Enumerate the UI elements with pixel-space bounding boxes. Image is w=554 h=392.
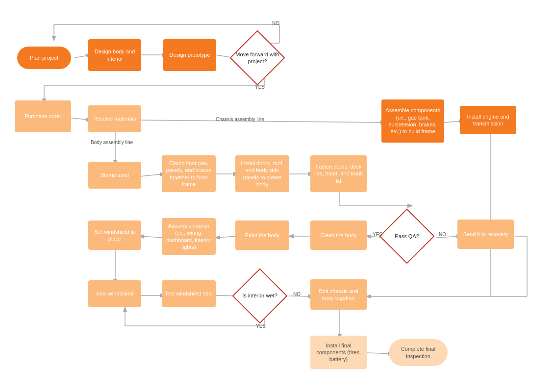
- pass-qa-diamond: Pass QA?: [383, 220, 431, 252]
- complete-inspection-label: Complete final inspection: [392, 345, 445, 360]
- svg-line-14: [140, 174, 164, 176]
- interior-wet-label: Is interior wet?: [242, 292, 277, 299]
- chassis-line-label: Chassis assembly line: [216, 117, 264, 122]
- design-prototype-node: Design prototype: [163, 39, 216, 71]
- design-body-label: Design body and interior: [91, 48, 138, 62]
- install-doors-label: Install doors, roof, and body side panel…: [238, 160, 286, 188]
- fasten-doors-node: Fasten doors, deck lids, hood, and trunk…: [310, 155, 367, 192]
- paint-body-node: Paint the body: [235, 220, 289, 250]
- install-engine-label: Install engine and transmission: [463, 113, 513, 127]
- plan-project-node: Plan project: [17, 47, 71, 69]
- install-final-node: Install final components (tires, battery…: [310, 336, 367, 369]
- design-body-node: Design body and interior: [88, 39, 141, 71]
- yes-qa-label: YES: [373, 232, 382, 237]
- paint-body-label: Paint the body: [245, 232, 279, 239]
- bolt-chassis-label: Bolt chassis and body together: [313, 288, 364, 302]
- seal-windshield-label: Seal windshield: [96, 290, 133, 297]
- install-final-label: Install final components (tires, battery…: [313, 342, 364, 363]
- clamp-floor-node: Clamp floor pan, panels, and braces toge…: [162, 155, 216, 192]
- receive-materials-label: Receive materials: [93, 115, 136, 122]
- no-qa-label: NO: [439, 232, 446, 237]
- yes-wet-label: YES: [256, 323, 266, 329]
- seal-windshield-node: Seal windshield: [88, 280, 141, 307]
- assemble-interior-node: Assemble interior (i.e., wiring, dashboa…: [162, 218, 216, 255]
- assemble-components-label: Assemble components (i.e., gas tank, sus…: [384, 107, 441, 135]
- clean-body-node: Clean the body: [310, 220, 367, 250]
- test-windshield-label: Test windshield seal: [165, 290, 213, 297]
- svg-line-10: [69, 118, 91, 120]
- pass-qa-node: Pass QA?: [380, 217, 434, 255]
- body-line-label: Body assembly line: [91, 140, 133, 145]
- move-forward-node: Move forward with project?: [230, 38, 284, 77]
- pass-qa-label: Pass QA?: [395, 233, 419, 240]
- move-forward-label: Move forward with project?: [233, 51, 281, 65]
- stamp-steel-label: Stamp steel: [101, 172, 129, 178]
- svg-line-19: [216, 236, 238, 238]
- interior-wet-node: Is interior wet?: [233, 277, 287, 314]
- assemble-components-node: Assemble components (i.e., gas tank, sus…: [381, 99, 444, 143]
- bolt-chassis-node: Bolt chassis and body together: [310, 279, 367, 310]
- assemble-interior-label: Assemble interior (i.e., wiring, dashboa…: [165, 222, 213, 250]
- set-windshield-label: Set windshield in place: [91, 228, 138, 243]
- interior-wet-diamond: Is interior wet?: [236, 280, 284, 311]
- plan-project-label: Plan project: [30, 54, 58, 61]
- receive-materials-node: Receive materials: [88, 105, 141, 132]
- clean-body-label: Clean the body: [321, 232, 357, 239]
- install-engine-node: Install engine and transmission: [460, 106, 516, 134]
- design-prototype-label: Design prototype: [169, 51, 210, 58]
- set-windshield-node: Set windshield in place: [88, 220, 141, 250]
- svg-line-20: [140, 236, 164, 238]
- yes-label-top: YES: [255, 84, 265, 90]
- purchase-order-label: Purchase order: [25, 113, 61, 120]
- no-label-top: NO: [272, 21, 279, 26]
- fasten-doors-label: Fasten doors, deck lids, hood, and trunk…: [313, 163, 364, 184]
- move-forward-diamond: Move forward with project?: [233, 41, 281, 74]
- install-doors-node: Install doors, roof, and body side panel…: [235, 155, 289, 192]
- clamp-floor-label: Clamp floor pan, panels, and braces toge…: [165, 160, 213, 188]
- complete-inspection-node: Complete final inspection: [389, 339, 448, 366]
- send-recovery-label: Send it to recovery: [463, 231, 508, 238]
- stamp-steel-node: Stamp steel: [88, 162, 141, 189]
- flowchart-canvas: Plan project Design body and interior De…: [0, 0, 554, 392]
- purchase-order-node: Purchase order: [15, 100, 71, 132]
- test-windshield-node: Test windshield seal: [162, 280, 216, 307]
- no-wet-label: NO: [293, 292, 301, 297]
- send-recovery-node: Send it to recovery: [457, 220, 514, 249]
